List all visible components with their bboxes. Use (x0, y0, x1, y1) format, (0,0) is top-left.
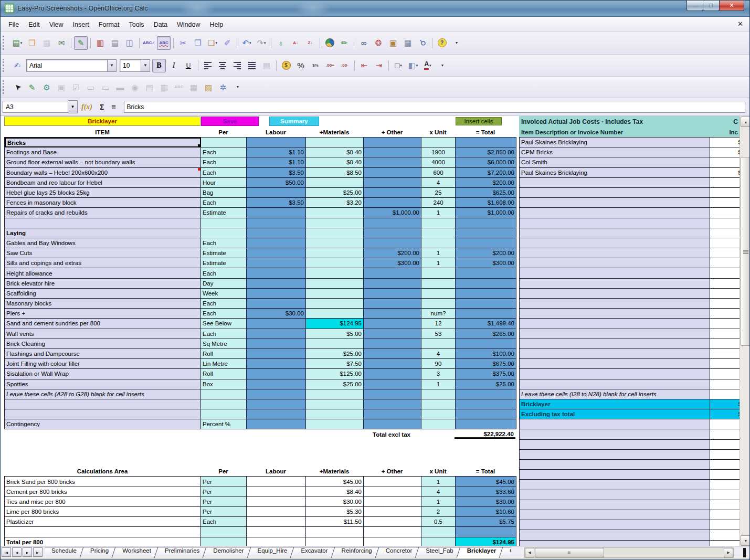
tab-excavator[interactable]: Excavator (294, 546, 334, 558)
cell[interactable] (520, 258, 710, 268)
cell[interactable]: 1 (421, 477, 456, 487)
cell[interactable] (421, 218, 456, 228)
cell[interactable] (710, 319, 740, 329)
cell[interactable]: Estimate (201, 258, 247, 268)
cell[interactable] (247, 299, 306, 309)
cell[interactable]: Flashings and Dampcourse (5, 349, 201, 359)
cell[interactable]: Each (201, 147, 247, 157)
cell[interactable] (306, 238, 364, 248)
cell[interactable]: Bag (201, 188, 247, 198)
cell[interactable]: Hebel glue lays 25 blocks 25kg (5, 188, 201, 198)
cell[interactable]: Contingency (5, 419, 201, 429)
cell[interactable]: Bondbeam and reo labour for Hebel (5, 178, 201, 188)
menu-item-view[interactable]: View (45, 19, 68, 30)
cell[interactable]: Saw Cuts (5, 248, 201, 258)
increase-indent-button[interactable]: ⇥ (372, 59, 386, 72)
toolbar-overflow-button[interactable]: ▾ (450, 36, 463, 50)
cell[interactable] (421, 409, 456, 419)
cell[interactable] (421, 399, 456, 409)
menu-item-data[interactable]: Data (149, 19, 172, 30)
cell[interactable] (247, 258, 306, 268)
navigator-button[interactable]: ❂ (372, 36, 385, 50)
new-document-button[interactable]: ▤▾ (10, 36, 24, 50)
cell[interactable] (520, 460, 710, 470)
cell[interactable]: Each (201, 268, 247, 278)
print-button[interactable]: ▤ (108, 36, 122, 50)
select-button[interactable]: ➤ (10, 80, 24, 94)
delete-decimal-place-button[interactable]: .00- (338, 59, 352, 72)
cell[interactable] (456, 389, 516, 399)
cell[interactable] (520, 359, 710, 369)
cell[interactable] (421, 238, 456, 248)
export-pdf-button[interactable]: ▥ (93, 36, 107, 50)
cell[interactable]: $2,850.00 (456, 147, 516, 157)
cell[interactable] (520, 470, 710, 480)
cell[interactable] (710, 289, 740, 299)
auto-spellcheck-button[interactable]: ABC (157, 36, 171, 50)
align-left-button[interactable] (201, 59, 215, 72)
cell[interactable] (520, 440, 710, 450)
cell[interactable] (710, 389, 740, 399)
cell[interactable]: Per (201, 497, 247, 507)
undo-button[interactable]: ↶▾ (240, 36, 253, 50)
cell[interactable] (520, 500, 710, 510)
cell[interactable]: $25.00 (306, 188, 364, 198)
cell[interactable]: $5.30 (306, 507, 364, 517)
cell[interactable] (5, 218, 201, 228)
cell[interactable] (364, 369, 421, 379)
cell[interactable]: Scaffolding (5, 289, 201, 299)
cell[interactable] (201, 399, 247, 409)
cell[interactable] (456, 268, 516, 278)
cell[interactable] (5, 409, 201, 419)
cell[interactable]: Each (201, 157, 247, 167)
cell-reference-box[interactable]: A3 (3, 101, 68, 113)
chevron-down-icon[interactable]: ▼ (107, 60, 116, 71)
cell[interactable] (201, 228, 247, 238)
cell[interactable] (247, 359, 306, 369)
cell[interactable]: $45.00 (306, 477, 364, 487)
sheet-nav-next-icon[interactable]: ▶ (23, 547, 32, 557)
cell[interactable]: Fences in masonary block (5, 198, 201, 208)
cell[interactable] (710, 178, 740, 188)
cell[interactable] (5, 399, 201, 409)
cell[interactable]: 53 (421, 329, 456, 339)
cell[interactable] (364, 527, 421, 537)
cell[interactable]: CPM Bricks (520, 147, 710, 157)
toolbar-grip[interactable] (3, 36, 8, 50)
cell[interactable] (201, 218, 247, 228)
cell[interactable] (247, 138, 306, 147)
cell[interactable] (710, 369, 740, 379)
cell[interactable]: Wall vents (5, 329, 201, 339)
redo-button[interactable]: ↷▾ (255, 36, 268, 50)
cell[interactable] (710, 198, 740, 208)
cell[interactable] (710, 339, 740, 349)
cell[interactable] (247, 228, 306, 238)
cell[interactable]: Leave these cells (A28 to G28) blank for… (5, 389, 201, 399)
cell[interactable]: Piers + (5, 309, 201, 319)
cell[interactable] (710, 510, 740, 520)
cell[interactable]: $5.00 (306, 329, 364, 339)
cell[interactable] (456, 309, 516, 319)
cell[interactable] (364, 279, 421, 289)
cell[interactable]: Each (201, 238, 247, 248)
cell[interactable]: $11.50 (306, 517, 364, 527)
cell[interactable]: Gables and Bay Windows (5, 238, 201, 248)
background-color-button[interactable]: ◧▾ (406, 59, 420, 72)
menu-item-file[interactable]: File (4, 19, 24, 30)
formula-input[interactable]: Bricks (124, 101, 745, 113)
wizards-on-off-button[interactable]: ✲ (216, 80, 230, 94)
cell[interactable]: Boundary walls – Hebel 200x600x200 (5, 168, 201, 178)
italic-button[interactable]: I (167, 59, 181, 72)
cell[interactable] (364, 349, 421, 359)
cell[interactable] (421, 228, 456, 238)
cell[interactable] (201, 537, 247, 546)
cell[interactable]: Ties and misc per 800 (5, 497, 201, 507)
cell[interactable]: 4 (421, 349, 456, 359)
chevron-down-icon[interactable]: ▼ (141, 60, 150, 71)
cell[interactable] (247, 537, 306, 546)
cell[interactable]: Percent % (201, 419, 247, 429)
tab-reinforcing[interactable]: Reinforcing (335, 546, 379, 558)
zoom-button[interactable]: ⚲ (416, 36, 429, 50)
cell[interactable]: Paul Skaines Bricklaying (520, 168, 710, 178)
cell[interactable]: Repairs of cracks and rebuilds (5, 208, 201, 218)
